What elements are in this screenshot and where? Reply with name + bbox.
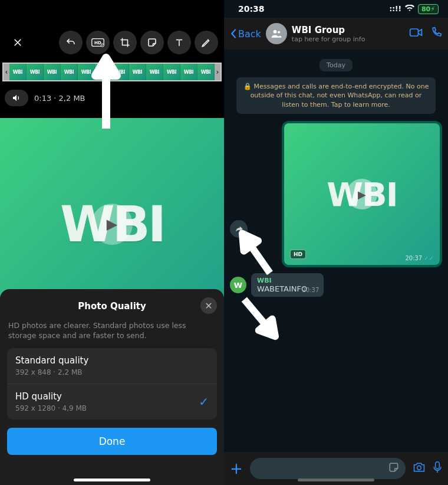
voice-call-button[interactable]	[430, 27, 442, 41]
svg-point-3	[102, 45, 103, 46]
annotation-arrow-up	[88, 52, 124, 135]
hd-button[interactable]: HD	[86, 31, 110, 54]
sticker-button[interactable]	[140, 31, 164, 54]
mute-button[interactable]	[5, 90, 28, 106]
quality-options: Standard quality 392 x 848 · 2,2 MB HD q…	[7, 348, 217, 420]
video-message-bubble[interactable]: WBI ▶ HD 20:37✓✓	[282, 121, 442, 267]
quote-text: WABETAINFO	[257, 284, 307, 293]
trim-handle-right[interactable]: ›	[215, 64, 220, 80]
done-button[interactable]: Done	[7, 428, 217, 455]
sheet-close-button[interactable]: ✕	[200, 297, 217, 314]
text-button[interactable]	[167, 31, 191, 54]
attach-button[interactable]: +	[230, 460, 243, 477]
draw-button[interactable]	[195, 31, 218, 54]
undo-button[interactable]	[59, 31, 83, 54]
play-icon[interactable]: ▶	[347, 179, 377, 209]
close-button[interactable]	[6, 31, 29, 54]
home-indicator	[298, 479, 374, 481]
chat-title-area[interactable]: WBI Group tap here for group info	[292, 25, 402, 43]
quote-time: 20:37	[302, 287, 319, 293]
video-meta: 0:13 · 2,2 MB	[5, 90, 85, 106]
camera-button[interactable]	[413, 461, 426, 476]
home-indicator	[74, 479, 150, 481]
status-time: 20:38	[238, 4, 265, 14]
svg-text:HD: HD	[94, 40, 101, 45]
chat-subtitle: tap here for group info	[292, 35, 402, 43]
wifi-icon	[405, 5, 414, 14]
video-duration-size: 0:13 · 2,2 MB	[34, 94, 85, 103]
encryption-notice[interactable]: 🔒Messages and calls are end-to-end encry…	[236, 77, 436, 114]
date-separator: Today	[319, 59, 353, 71]
status-bar: 20:38 ::!! 80⚡	[224, 0, 448, 18]
svg-point-5	[278, 31, 280, 33]
message-timestamp: 20:37✓✓	[405, 255, 434, 261]
trim-handle-left[interactable]: ‹	[4, 64, 9, 80]
play-icon[interactable]: ▶	[91, 204, 133, 245]
video-thumbnail[interactable]: WBI ▶ HD 20:37✓✓	[284, 123, 440, 265]
mic-button[interactable]	[433, 461, 442, 476]
svg-rect-8	[436, 462, 440, 469]
message-input[interactable]	[250, 458, 406, 479]
group-avatar[interactable]	[266, 23, 287, 44]
checkmark-icon: ✓	[199, 395, 209, 409]
sticker-input-icon[interactable]	[388, 461, 400, 476]
lock-icon: 🔒	[243, 83, 252, 90]
svg-point-7	[417, 466, 421, 470]
hd-badge: HD	[290, 250, 306, 259]
quality-sheet: Photo Quality ✕ HD photos are clearer. S…	[0, 289, 224, 485]
chat-header: Back WBI Group tap here for group info	[224, 18, 448, 50]
chat-name: WBI Group	[292, 25, 402, 35]
read-ticks-icon: ✓✓	[424, 255, 434, 261]
video-call-button[interactable]	[409, 27, 423, 40]
option-hd[interactable]: HD quality 592 x 1280 · 4,9 MB ✓	[7, 384, 217, 420]
signal-icon: ::!!	[389, 5, 401, 13]
sheet-subtitle: HD photos are clearer. Standard photos u…	[8, 321, 216, 341]
svg-point-4	[273, 30, 276, 34]
option-standard[interactable]: Standard quality 392 x 848 · 2,2 MB	[7, 348, 217, 384]
svg-rect-6	[410, 29, 419, 36]
battery-indicator: 80⚡	[418, 4, 439, 14]
crop-button[interactable]	[113, 31, 137, 54]
back-button[interactable]: Back	[230, 28, 261, 40]
sheet-title: Photo Quality	[7, 301, 217, 312]
